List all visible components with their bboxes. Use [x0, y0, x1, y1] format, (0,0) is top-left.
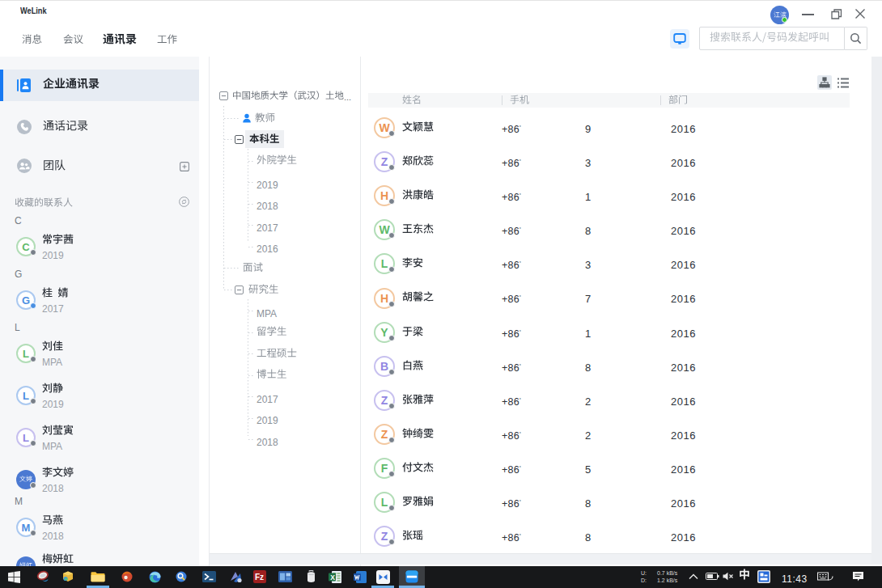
- svg-text:X: X: [330, 573, 335, 581]
- svg-text:Fz: Fz: [255, 573, 264, 582]
